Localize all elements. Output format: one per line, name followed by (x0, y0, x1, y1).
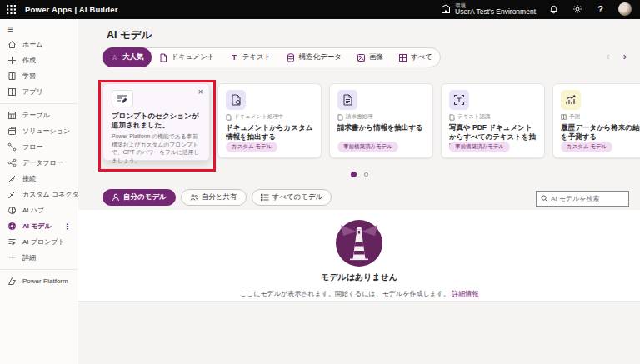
sidebar-item-label: Power Platform (22, 277, 68, 285)
callout-title: プロンプトのセクションが追加されました。 (112, 112, 201, 130)
page-icon (226, 114, 232, 120)
sidebar-item-apps[interactable]: アプリ (0, 84, 78, 100)
sidebar-item-more[interactable]: ··· 詳細 (0, 250, 78, 266)
app-title: Power Apps | AI Builder (25, 5, 118, 14)
top-bar-actions: 環境 UserA Test's Environment ? (440, 2, 640, 17)
model-filter-strip: 自分のモデル 自分と共有 すべてのモデル (102, 189, 332, 206)
sidebar-item-label: ソリューション (22, 127, 70, 136)
model-type-badge: 事前構築済みモデル (338, 142, 398, 152)
ai-models-icon (8, 222, 17, 231)
main-content: AI モデル ☆ 大人気 ドキュメント T テキスト 構造化データ (78, 19, 640, 364)
app-window: Power Apps | AI Builder 環境 UserA Test's … (0, 0, 640, 364)
help-icon[interactable]: ? (595, 4, 606, 15)
model-type-badge: 事前構築済みモデル (449, 142, 510, 152)
sidebar-item-power-platform[interactable]: Power Platform (0, 273, 78, 289)
more-vertical-icon[interactable]: ⋮ (63, 222, 73, 231)
sidebar-item-dataflows[interactable]: データフロー (0, 155, 78, 171)
environment-name: UserA Test's Environment (455, 8, 536, 17)
document-processing-icon (226, 90, 246, 110)
chevron-right-icon[interactable]: › (623, 51, 627, 62)
ai-hub-icon (8, 206, 17, 215)
environment-switcher[interactable]: 環境 UserA Test's Environment (440, 2, 536, 17)
tab-text[interactable]: T テキスト (222, 47, 279, 67)
ai-prompts-icon (8, 237, 17, 247)
ocr-icon (449, 90, 469, 110)
carousel-arrows: ‹ › (606, 51, 627, 62)
sidebar-item-tables[interactable]: テーブル (0, 107, 78, 123)
top-bar: Power Apps | AI Builder 環境 UserA Test's … (0, 0, 640, 19)
database-icon (287, 53, 296, 62)
dataflow-icon (8, 158, 17, 167)
model-card-document-custom-extract[interactable]: ドキュメント処理中 ドキュメントからカスタム情報を抽出する カスタム モデル (218, 83, 322, 158)
sidebar-item-learn[interactable]: 学習 (0, 68, 78, 84)
trend-chart-icon (561, 90, 581, 110)
card-category: テキスト認識 (458, 113, 491, 121)
sidebar-item-ai-hub[interactable]: AI ハブ (0, 202, 78, 218)
table-icon (8, 111, 17, 120)
sidebar-item-solutions[interactable]: ソリューション (0, 123, 78, 139)
custom-connector-icon (8, 190, 17, 199)
list-icon (261, 193, 269, 202)
tab-all[interactable]: すべて (391, 47, 440, 67)
notifications-bell-icon[interactable] (548, 4, 559, 15)
sidebar-item-label: アプリ (22, 87, 43, 97)
model-type-badge: カスタム モデル (561, 142, 612, 152)
sidebar-item-ai-models[interactable]: AI モデル ⋮ (0, 218, 78, 234)
sidebar-item-home[interactable]: ホーム (0, 37, 78, 52)
empty-state-description: ここにモデルが表示されます。開始するには、モデルを作成します。 詳細情報 (78, 289, 640, 298)
tab-all-models[interactable]: すべてのモデル (252, 189, 332, 206)
learn-more-link[interactable]: 詳細情報 (452, 290, 478, 297)
grid-small-icon (561, 114, 567, 120)
plus-icon (8, 56, 17, 65)
tab-popular[interactable]: ☆ 大人気 (102, 47, 152, 67)
sidebar-item-custom-connectors[interactable]: カスタム コネクタ (0, 187, 78, 202)
sidebar-item-label: 学習 (22, 72, 36, 81)
waffle-menu-icon[interactable] (0, 0, 22, 19)
pagination-dot-active[interactable] (351, 172, 357, 177)
sidebar-item-label: テーブル (22, 111, 50, 120)
tab-images[interactable]: 画像 (349, 47, 391, 67)
sidebar-item-connections[interactable]: 接続 (0, 171, 78, 187)
grid-icon (398, 53, 408, 62)
environment-icon (440, 4, 451, 15)
pagination-dot[interactable] (364, 172, 368, 177)
sidebar-item-label: データフロー (22, 158, 63, 167)
card-category: 請求書処理 (346, 113, 373, 121)
chevron-left-icon[interactable]: ‹ (606, 51, 609, 62)
sidebar-item-label: 詳細 (22, 253, 36, 262)
person-icon (112, 193, 120, 202)
settings-gear-icon[interactable] (572, 4, 582, 15)
search-input[interactable] (551, 195, 624, 202)
model-card-prediction[interactable]: 予測 履歴データから将来の結果を予測する カスタム モデル (552, 83, 640, 158)
book-icon (8, 72, 17, 81)
invoice-icon (338, 90, 358, 110)
sidebar-item-label: 接続 (22, 174, 36, 183)
user-avatar[interactable] (618, 2, 632, 16)
card-title: ドキュメントからカスタム情報を抽出する (226, 123, 313, 142)
tab-shared-with-me[interactable]: 自分と共有 (181, 189, 247, 206)
sidebar-item-ai-prompts[interactable]: AI プロンプト (0, 234, 78, 250)
solutions-icon (8, 127, 17, 136)
sidebar-item-label: AI ハブ (22, 206, 44, 215)
image-icon (357, 53, 366, 62)
model-card-invoice-extract[interactable]: 請求書処理 請求書から情報を抽出する 事前構築済みモデル (329, 83, 433, 158)
sidebar-item-create[interactable]: 作成 (0, 52, 78, 68)
plug-icon (8, 174, 17, 183)
empty-state-title: モデルはありません (78, 272, 640, 283)
tab-documents[interactable]: ドキュメント (152, 47, 222, 67)
sidebar-item-flows[interactable]: フロー (0, 139, 78, 155)
sidebar-item-label: 作成 (22, 56, 36, 65)
tab-structured-data[interactable]: 構造化データ (279, 47, 349, 67)
lighthouse-illustration (78, 220, 640, 268)
models-empty-state-panel: モデルはありません ここにモデルが表示されます。開始するには、モデルを作成します… (78, 210, 640, 302)
collapse-nav-icon[interactable]: ≡ (0, 22, 78, 37)
model-card-ocr[interactable]: テキスト認識 写真や PDF ドキュメントからすべてのテキストを抽出する (OC… (441, 83, 545, 158)
search-icon (541, 195, 548, 202)
close-icon[interactable]: × (198, 87, 203, 97)
page-icon (449, 114, 455, 120)
people-icon (190, 193, 198, 202)
tab-my-models[interactable]: 自分のモデル (102, 189, 176, 206)
carousel-pagination (78, 172, 640, 177)
sidebar-item-label: AI モデル (22, 222, 52, 231)
model-search-box (536, 191, 629, 207)
